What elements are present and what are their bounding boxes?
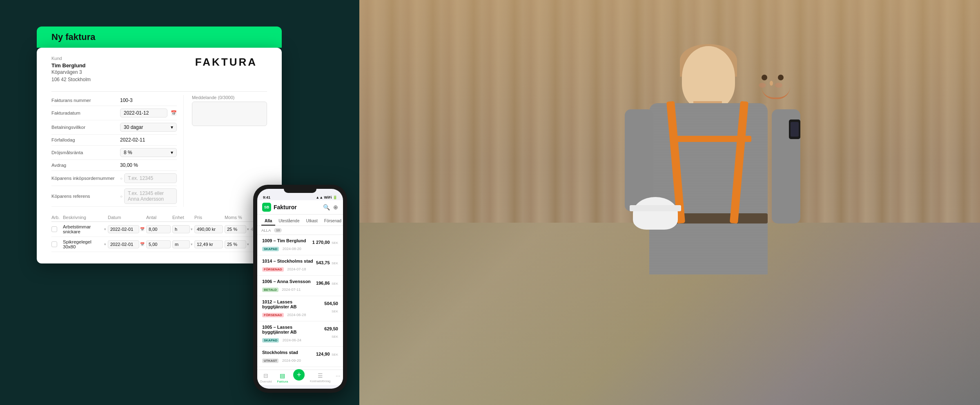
invoice-card: FAKTURA Kund Tim Berglund Köparvägen 3 1… xyxy=(37,48,282,263)
faktura-nummer-row: Fakturans nummer 100-3 xyxy=(51,95,177,106)
list-item[interactable]: 1009 – Tim Berglund SKAPAD 2024-08-20 1 … xyxy=(257,235,343,255)
betalningsvillkor-select[interactable]: 30 dagar ▾ xyxy=(120,123,177,132)
col-beskrivning: Beskrivning xyxy=(63,215,106,220)
sub-filter-bar: ALLA 10 xyxy=(257,226,343,235)
signal-icons: ▲▲ WiFi 🔋 xyxy=(316,195,337,199)
invoice-title: Ny faktura xyxy=(51,32,96,42)
radio-icon: ○ xyxy=(120,176,122,181)
tab-alla[interactable]: Alla xyxy=(261,217,275,226)
kopares-inköpsordernummer-row: Köparens inköpsordernummer ○ T.ex. 12345 xyxy=(51,171,177,186)
drojsmalsranta-select[interactable]: 8 % ▾ xyxy=(120,148,177,157)
list-item[interactable]: 1014 – Stockholms stad FÖRSENAD 2024-07-… xyxy=(257,255,343,276)
tab-kostnadsforslag[interactable]: ☰ Kostnadsförslag xyxy=(310,372,330,383)
eye-left xyxy=(762,75,767,80)
chevron-down-icon: ▾ xyxy=(171,124,173,130)
phone-notch xyxy=(284,189,316,193)
fakturadatum-input[interactable]: 2022-01-12 xyxy=(120,108,167,117)
row-checkbox[interactable] xyxy=(51,226,57,232)
faktura-icon: ▤ xyxy=(280,372,285,379)
helmet-brim xyxy=(630,205,681,211)
left-arm xyxy=(625,109,653,211)
kopares-referens-row: Köparens referens ○ T.ex. 12345 eller An… xyxy=(51,186,177,207)
tab-utestående[interactable]: Utestående xyxy=(275,217,303,226)
avdrag-row: Avdrag 30,00 % xyxy=(51,160,177,171)
tab-forsenad[interactable]: Försenad xyxy=(321,217,343,226)
phone-outer: 9:41 ▲▲ WiFi 🔋 SB Fakturor 🔍 ⊕ xyxy=(253,185,347,393)
right-panel xyxy=(359,0,980,405)
left-form-col: Fakturans nummer 100-3 Fakturadatum 2022… xyxy=(51,95,184,207)
forfallodag-row: Förfallodag 2022-02-11 xyxy=(51,135,177,146)
betalningsvillkor-row: Betalningsvillkor 30 dagar ▾ xyxy=(51,120,177,135)
table-row: Spikregelegel 30x80 ▾ 2022-02-01 📅 5,00 … xyxy=(51,237,267,252)
phone-screen-shoulder xyxy=(791,122,799,137)
list-item[interactable]: 1005 – Lasses byggtjänster AB SKAPAD 202… xyxy=(257,321,343,347)
customer-address-line2: 106 42 Stockholm xyxy=(51,76,267,83)
status-badge: FÖRSENAD xyxy=(262,267,284,272)
pris-input-1[interactable]: 490,00 kr xyxy=(194,225,223,233)
chevron-down-icon: ▾ xyxy=(191,227,193,231)
antal-input-1[interactable]: 8,00 xyxy=(146,225,171,233)
phone-on-shoulder xyxy=(789,120,800,139)
chevron-down-icon: ▾ xyxy=(171,150,173,155)
status-badge: BETALD xyxy=(262,288,278,292)
time: 9:41 xyxy=(263,195,270,199)
pris-input-2[interactable]: 12,49 kr xyxy=(194,240,223,248)
col-pris: Pris xyxy=(194,215,223,220)
kopares-inköpsordernummer-input[interactable]: T.ex. 12345 xyxy=(124,173,177,183)
tab-add[interactable]: + xyxy=(293,372,305,383)
cheek-left xyxy=(759,83,766,88)
tab-more[interactable]: ··· xyxy=(336,372,341,383)
chevron-down-icon: ▾ xyxy=(104,242,106,246)
phone-status-bar: 9:41 ▲▲ WiFi 🔋 xyxy=(257,193,343,200)
sub-filter-label: ALLA xyxy=(261,228,271,232)
message-textarea[interactable] xyxy=(192,102,267,126)
faktura-label: FAKTURA xyxy=(195,56,257,69)
antal-input-2[interactable]: 5,00 xyxy=(146,240,171,248)
list-item[interactable]: 1012 – Lasses byggtjänster AB FÖRSENAD 2… xyxy=(257,296,343,321)
invoice-list: 1009 – Tim Berglund SKAPAD 2024-08-20 1 … xyxy=(257,235,343,370)
tab-utkast[interactable]: Utkast xyxy=(303,217,321,226)
chevron-down-icon: ▾ xyxy=(191,242,193,246)
list-item[interactable]: Stockholms stad UTKAST 2024-09-20 124,90… xyxy=(257,347,343,367)
phone-mockup: 9:41 ▲▲ WiFi 🔋 SB Fakturor 🔍 ⊕ xyxy=(253,185,347,393)
col-arb: Arb. xyxy=(51,215,61,220)
plus-button[interactable]: + xyxy=(293,369,305,381)
drojsmalsranta-row: Dröjsmålsränta 8 % ▾ xyxy=(51,146,177,160)
phone-screen: 9:41 ▲▲ WiFi 🔋 SB Fakturor 🔍 ⊕ xyxy=(257,189,343,389)
col-enhet: Enhet xyxy=(172,215,193,220)
customer-address-line1: Köparvägen 3 xyxy=(51,69,267,76)
add-icon[interactable]: ⊕ xyxy=(333,204,338,210)
phone-app-title: Fakturor xyxy=(274,204,297,210)
chevron-down-icon: ▾ xyxy=(247,242,249,246)
helmet xyxy=(633,197,678,230)
invoice-table: Arb. Beskrivning Datum Antal Enhet Pris … xyxy=(51,213,267,252)
person-figure xyxy=(608,38,813,405)
form-fields: Fakturans nummer 100-3 Fakturadatum 2022… xyxy=(51,95,267,207)
tab-oversikt[interactable]: ⊟ Översikt xyxy=(260,372,272,383)
oversikt-icon: ⊟ xyxy=(263,372,268,379)
tab-faktura[interactable]: ▤ Faktura xyxy=(277,372,288,383)
phone-app-header: SB Fakturor 🔍 ⊕ xyxy=(257,200,343,215)
eye-right xyxy=(778,75,784,80)
phone-tab-bar: ⊟ Översikt ▤ Faktura + ☰ Kostnadsförslag xyxy=(257,370,343,385)
calendar-icon-row2: 📅 xyxy=(140,242,145,246)
table-row: Arbetstimmar snickare ▾ 2022-02-01 📅 8,0… xyxy=(51,222,267,237)
table-header: Arb. Beskrivning Datum Antal Enhet Pris … xyxy=(51,213,267,222)
cheek-right xyxy=(775,83,782,88)
kopares-referens-input[interactable]: T.ex. 12345 eller Anna Andersson xyxy=(124,188,177,204)
invoice-card-header: Ny faktura xyxy=(37,27,282,48)
message-label: Meddelande (0/3000) xyxy=(192,95,267,100)
search-icon[interactable]: 🔍 xyxy=(323,204,330,210)
filter-tabs: Alla Utestående Utkast Försenad Betalad xyxy=(257,215,343,226)
list-item[interactable]: 1006 – Anna Svensson BETALD 2024-07-11 1… xyxy=(257,276,343,296)
row-checkbox-2[interactable] xyxy=(51,241,57,247)
col-antal: Antal xyxy=(146,215,171,220)
col-datum: Datum xyxy=(108,215,145,220)
worker-photo xyxy=(359,0,980,405)
status-badge: UTKAST xyxy=(262,359,278,363)
calendar-icon: 📅 xyxy=(171,110,177,116)
fakturadatum-row: Fakturadatum 2022-01-12 📅 xyxy=(51,106,177,120)
more-icon: ··· xyxy=(336,372,341,379)
status-badge: FÖRSENAD xyxy=(262,313,284,317)
calendar-icon-row: 📅 xyxy=(140,227,145,231)
